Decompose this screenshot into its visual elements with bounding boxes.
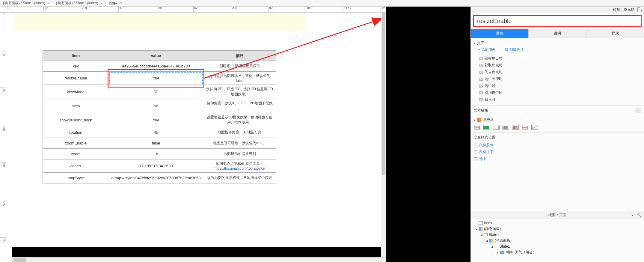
cell-item[interactable]: rotation [43, 127, 109, 138]
outline-row[interactable]: ◢(动态面板) [471, 237, 644, 244]
interaction-style-item[interactable]: 鼠标按下 [474, 149, 641, 156]
search-icon[interactable]: 🔍 [637, 213, 642, 217]
table-row[interactable]: keyaa966648bccddf444a5ba43470e2b230创建账户-… [43, 61, 276, 72]
outline-row[interactable]: ▸时间+天气（组合） [471, 249, 644, 255]
cell-item[interactable]: center [43, 159, 109, 173]
cell-value[interactable]: 117.189215,34.26391 [109, 159, 203, 173]
tree-twisty-icon[interactable]: ◢ [491, 245, 494, 248]
filter-icon[interactable]: ⏷ [631, 213, 634, 217]
close-icon[interactable]: × [48, 1, 50, 5]
shape-rect-dual-a[interactable] [503, 125, 509, 130]
tab-dynpanel-state1-b[interactable]: (动态面板) / State1 (index) × [53, 0, 106, 6]
shape-rect-dual-b[interactable] [512, 125, 519, 130]
canvas-scroll[interactable]: itemvalue描述keyaa966648bccddf444a5ba43470… [6, 13, 386, 262]
table-row[interactable]: center117.189215,34.26391地图中心点坐标值 取点工具：h… [43, 159, 276, 173]
cell-desc[interactable]: 设置地图的显示样式，从地图样式中获取 [203, 173, 276, 183]
page-icon[interactable] [637, 7, 642, 12]
table-row[interactable]: showBuildingBlocktrue设置地图显示3D楼块效果，移动端也可使… [43, 113, 276, 127]
cell-desc[interactable]: 地图中心点坐标值 取点工具：https://lbs.amap.com/tools… [203, 159, 276, 173]
table-row[interactable]: resizeEnabletrue是否监控地图容器尺寸变化，默认值为false [43, 72, 276, 85]
event-item[interactable]: 鼠标单击时 [479, 55, 641, 62]
tab-index[interactable]: index × [106, 0, 125, 6]
event-item[interactable]: 取消选中时 [479, 89, 641, 96]
cell-desc[interactable]: 俯仰角度，默认0，[0,83]，2D地图下无效 。 [203, 99, 276, 113]
cell-desc[interactable]: 地图是否可缩放，默认值为true。 [203, 138, 276, 149]
tree-twisty-icon[interactable]: ▸ [496, 251, 499, 254]
cell-item[interactable]: showBuildingBlock [43, 113, 109, 127]
shape-rect-stripes[interactable] [474, 125, 480, 130]
outline-row[interactable]: ◢State1 [471, 244, 644, 249]
ruler-horizontal[interactable]: 0125250375500625750875100011251250 [6, 7, 386, 13]
event-item[interactable]: 获取焦点时 [479, 62, 641, 69]
table-header[interactable]: item [43, 51, 109, 61]
inspector-tab-style[interactable]: 样式 [586, 29, 644, 38]
inspector-tab-properties[interactable]: 属性 [471, 29, 529, 38]
cell-item[interactable]: zoom [43, 149, 109, 159]
canvas-widget-highlight[interactable] [13, 14, 306, 31]
close-icon[interactable]: × [100, 1, 102, 5]
event-item[interactable]: 选中时 [479, 82, 641, 89]
event-item[interactable]: 载入时 [479, 96, 641, 103]
ruler-vertical[interactable]: 0125250375500625750 [0, 13, 6, 262]
tree-twisty-icon[interactable]: ◢ [485, 239, 488, 242]
cell-value[interactable]: 18 [109, 149, 203, 159]
cell-item[interactable]: key [43, 61, 109, 72]
cell-value[interactable]: true [109, 72, 203, 85]
event-item[interactable]: 选中改变时 [479, 76, 641, 82]
table-row[interactable]: zoom18地图显示的缩放级别 [43, 149, 276, 159]
shape-rect-outline[interactable] [493, 125, 500, 130]
cell-value[interactable]: 3D [109, 85, 203, 99]
table-row[interactable]: zoomEnablefalse地图是否可缩放，默认值为true。 [43, 138, 276, 149]
cell-value[interactable]: 58 [109, 99, 203, 113]
cell-item[interactable]: pitch [43, 99, 109, 113]
section-header-cell[interactable]: ▾ 1 单元格 [474, 118, 641, 123]
canvas-surface[interactable]: itemvalue描述keyaa966648bccddf444a5ba43470… [6, 13, 384, 261]
config-table[interactable]: itemvalue描述keyaa966648bccddf444a5ba43470… [43, 50, 276, 183]
scrollbar-horizontal[interactable] [12, 257, 386, 262]
widget-name-input[interactable]: resizeEnable [473, 15, 642, 27]
shape-rect-grid[interactable] [522, 125, 528, 130]
tab-dynpanel-state1-a[interactable]: (动态面板) / State1 (index) × [0, 0, 53, 6]
tree-twisty-icon[interactable]: ◢ [474, 228, 477, 231]
close-icon[interactable]: × [120, 1, 122, 5]
inspector-tab-notes[interactable]: 说明 [529, 29, 586, 38]
outline-row[interactable]: ◢(动态面板) [471, 226, 644, 232]
table-row[interactable]: pitch58俯仰角度，默认0，[0,83]，2D地图下无效 。 [43, 99, 276, 113]
cell-item[interactable]: viewMode [43, 85, 109, 99]
table-row[interactable]: mapStyleamap://styles/047cf8fc96a02c6206… [43, 173, 276, 183]
section-header-interactions[interactable]: ▾ 交互 [474, 40, 641, 46]
cell-value[interactable]: aa966648bccddf444a5ba43470e2b230 [109, 61, 203, 72]
scrollbar-thumb[interactable] [13, 258, 26, 262]
event-item[interactable]: 失去焦点时 [479, 69, 641, 76]
table-row[interactable]: viewMode3D默认为'2D'，可选'3D'，选择'3D'会显示 3D 地图… [43, 85, 276, 99]
table-header[interactable]: 描述 [203, 51, 276, 61]
text-link-button[interactable] [636, 108, 641, 113]
cell-desc[interactable]: 创建账户-新增应用后获取 [203, 61, 276, 72]
shape-rect-solid[interactable] [483, 125, 490, 130]
table-row[interactable]: rotation45地图旋转角度，3D地图可用 [43, 127, 276, 138]
cell-value[interactable]: 45 [109, 127, 203, 138]
desc-link[interactable]: https://lbs.amap.com/tools/picker [213, 166, 266, 171]
cell-desc[interactable]: 默认为'2D'，可选'3D'，选择'3D'会显示 3D 地图效果。 [203, 85, 276, 99]
scrollbar-vertical[interactable] [381, 13, 386, 257]
outline-tree[interactable]: index◢(动态面板)◢State1◢(动态面板)◢State1▸时间+天气（… [471, 219, 644, 262]
outline-row[interactable]: index [471, 220, 644, 226]
cell-value[interactable]: true [109, 113, 203, 127]
scrollbar-thumb[interactable] [382, 13, 385, 175]
cell-value[interactable]: false [109, 138, 203, 149]
add-case-link[interactable]: +添加用例 [478, 47, 496, 52]
cell-item[interactable]: zoomEnable [43, 138, 109, 149]
cell-value[interactable]: amap://styles/047cf8fc96a02c6206d387b2fe… [109, 173, 203, 183]
cell-item[interactable]: mapStyle [43, 173, 109, 183]
interaction-style-item[interactable]: 鼠标悬停 [474, 142, 641, 149]
table-header[interactable]: value [109, 51, 203, 61]
create-link-link[interactable]: ⛓创建连接 [505, 47, 524, 52]
cell-desc[interactable]: 地图显示的缩放级别 [203, 149, 276, 159]
outline-row[interactable]: ◢State1 [471, 232, 644, 237]
shape-rect-hatch[interactable] [531, 125, 538, 130]
tree-twisty-icon[interactable]: ◢ [480, 233, 483, 236]
cell-item[interactable]: resizeEnable [43, 72, 109, 85]
cell-desc[interactable]: 设置地图显示3D楼块效果，移动端也可使用。推荐使用。 [203, 113, 276, 127]
cell-desc[interactable]: 是否监控地图容器尺寸变化，默认值为false [203, 72, 276, 85]
interaction-style-item[interactable]: 选中 [474, 156, 641, 162]
